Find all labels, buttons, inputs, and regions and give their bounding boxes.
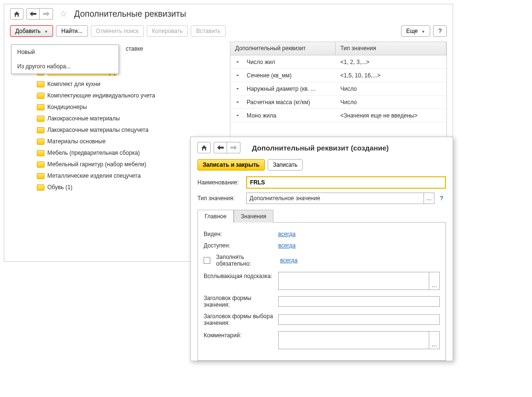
tree-item[interactable]: Комплектующие индивидуального учета — [10, 90, 225, 101]
help-icon[interactable]: ? — [437, 195, 446, 202]
home-icon — [13, 11, 20, 17]
required-field: Заполнять обязательно: всегда — [204, 251, 440, 269]
col-header-type[interactable]: Тип значения — [336, 42, 446, 55]
home-icon — [201, 144, 207, 151]
menu-item-new[interactable]: Новый — [11, 45, 119, 59]
tree-item[interactable]: Лакокрасочные материалы спецучета — [10, 124, 225, 136]
tab-container: Главное Значения Виден: всегда Доступен:… — [197, 210, 446, 361]
row-type: <1, 2, 3,...> — [336, 59, 446, 65]
tree-label: Мебельный гарнитур (набор мебели) — [47, 161, 146, 168]
home-button[interactable] — [10, 8, 23, 20]
tree-label: Комплект для кухни — [47, 81, 100, 87]
form-title-field: Заголовок формы значения: — [204, 292, 440, 311]
comment-input[interactable]: … — [278, 331, 440, 349]
type-field-row: Тип значения: Дополнительное значение … … — [191, 191, 453, 206]
expand-icon[interactable]: … — [429, 332, 439, 349]
find-button[interactable]: Найти... — [56, 25, 87, 37]
name-label: Наименование: — [197, 179, 243, 186]
name-input[interactable] — [246, 176, 446, 189]
save-close-button[interactable]: Записать и закрыть — [197, 159, 265, 171]
modal-nav-group — [214, 142, 240, 153]
tree-label: Металлические изделия спецучета — [47, 172, 141, 179]
arrow-right-icon — [43, 11, 50, 16]
type-select[interactable]: Дополнительное значение … — [246, 193, 434, 204]
folder-icon — [37, 93, 44, 99]
save-button[interactable]: Записать — [268, 159, 303, 171]
required-link[interactable]: всегда — [280, 257, 297, 264]
tree-label: ставке — [126, 45, 143, 52]
forward-button[interactable] — [40, 8, 53, 20]
required-checkbox[interactable] — [204, 257, 210, 264]
type-select-button[interactable]: … — [423, 193, 434, 204]
available-label: Доступен: — [204, 242, 275, 249]
table-row[interactable]: ⁃Сечение (кв_мм)<1,5, 10, 16,...> — [230, 69, 446, 82]
top-toolbar: ☆ Дополнительные реквизиты — [4, 4, 453, 23]
more-button[interactable]: Еще ▼ — [401, 25, 431, 37]
cancel-search-button[interactable]: Отменить поиск — [91, 25, 144, 37]
nav-group — [26, 8, 53, 20]
row-type: Число — [336, 99, 446, 106]
property-icon: ⁃ — [230, 72, 245, 79]
modal-window: Дополнительный реквизит (создание) Запис… — [190, 137, 453, 361]
tab-body: Виден: всегда Доступен: всегда Заполнять… — [197, 222, 446, 361]
back-button[interactable] — [26, 8, 40, 20]
menu-item-from-other[interactable]: Из другого набора... — [11, 59, 119, 74]
form-title-label: Заголовок формы значения: — [204, 295, 275, 308]
help-button[interactable]: ? — [433, 25, 447, 37]
add-button[interactable]: Добавить ▼ — [10, 25, 53, 37]
col-header-name[interactable]: Дополнительный реквизит — [230, 42, 336, 55]
tree-item[interactable]: Лакокрасочные материалы — [10, 113, 225, 124]
folder-icon — [37, 161, 44, 168]
table-row[interactable]: ⁃Расчетная масса (кг/км)Число — [230, 96, 446, 109]
choice-title-input[interactable] — [278, 314, 440, 325]
tree-label: Лакокрасочные материалы спецучета — [47, 127, 149, 133]
table-row[interactable]: ⁃Наружный диаметр (кв. ...Число — [230, 82, 446, 96]
arrow-left-icon — [30, 11, 36, 16]
modal-command-bar: Записать и закрыть Записать — [191, 155, 453, 174]
tab-values[interactable]: Значения — [234, 210, 273, 223]
expand-icon[interactable]: … — [429, 272, 439, 290]
folder-icon — [37, 173, 44, 179]
tree-item[interactable]: Кондиционеры — [10, 101, 225, 113]
available-link[interactable]: всегда — [278, 242, 295, 249]
copy-button[interactable]: Копировать — [147, 25, 188, 37]
visible-link[interactable]: всегда — [278, 231, 295, 237]
type-value: Дополнительное значение — [247, 193, 423, 204]
tree-label: Кондиционеры — [47, 104, 87, 110]
modal-back-button[interactable] — [214, 142, 227, 153]
property-icon: ⁃ — [230, 59, 245, 65]
folder-icon — [37, 184, 44, 191]
modal-forward-button[interactable] — [227, 142, 240, 153]
folder-icon — [37, 150, 44, 156]
row-type: <1,5, 10, 16,...> — [336, 72, 446, 79]
more-button-label: Еще — [406, 28, 418, 34]
choice-title-label: Заголовок формы выбора значения: — [204, 313, 275, 326]
table-row[interactable]: ⁃Моно жила<Значения еще не введены> — [230, 109, 446, 122]
page-title: Дополнительные реквизиты — [74, 9, 186, 19]
form-title-input[interactable] — [278, 296, 440, 307]
tooltip-input[interactable]: … — [278, 272, 440, 290]
row-name: Наружный диаметр (кв. ... — [245, 86, 336, 92]
add-dropdown-menu: Новый Из другого набора... — [11, 44, 119, 74]
tree-item[interactable]: Комплект для кухни — [10, 78, 225, 90]
comment-label: Комментарий: — [204, 331, 275, 339]
star-icon[interactable]: ☆ — [60, 9, 67, 19]
table-row[interactable]: ⁃Число жил<1, 2, 3,...> — [230, 55, 446, 69]
paste-button[interactable]: Вставить — [191, 25, 226, 37]
required-label: Заполнять обязательно: — [216, 254, 277, 267]
arrow-right-icon — [230, 145, 237, 150]
folder-icon — [37, 139, 44, 145]
property-icon: ⁃ — [230, 99, 245, 106]
name-field-row: Наименование: — [191, 174, 453, 191]
tree-label: Комплектующие индивидуального учета — [47, 92, 155, 99]
choice-title-field: Заголовок формы выбора значения: — [204, 311, 440, 329]
command-bar: Добавить ▼ Найти... Отменить поиск Копир… — [4, 23, 453, 42]
tree-label: Лакокрасочные материалы — [47, 115, 120, 122]
folder-icon — [37, 127, 44, 133]
table-header: Дополнительный реквизит Тип значения — [230, 42, 446, 55]
tab-main[interactable]: Главное — [197, 210, 234, 223]
row-type: <Значения еще не введены> — [336, 112, 446, 119]
modal-home-button[interactable] — [197, 142, 211, 153]
tree-label: Обувь (1) — [47, 184, 73, 191]
tree-label: Мебель (предварительная сборка) — [47, 150, 140, 156]
